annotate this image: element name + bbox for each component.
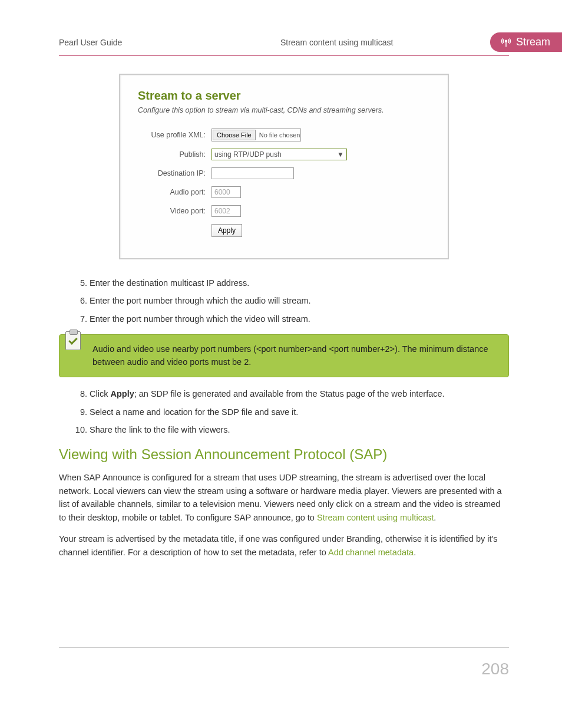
link-stream-multicast[interactable]: Stream content using multicast bbox=[317, 513, 434, 522]
panel-subtitle: Configure this option to stream via mult… bbox=[138, 106, 430, 114]
note-callout: Audio and video use nearby port numbers … bbox=[59, 334, 509, 378]
row-profile-xml: Use profile XML: Choose File No file cho… bbox=[138, 129, 430, 141]
step-5: Enter the destination multicast IP addre… bbox=[90, 277, 509, 289]
label-video-port: Video port: bbox=[138, 207, 211, 215]
publish-select[interactable]: using RTP/UDP push ▼ bbox=[211, 149, 347, 160]
header-tab-stream: Stream bbox=[490, 32, 562, 52]
header-section-title: Stream content using multicast bbox=[269, 38, 490, 47]
header-guide-title: Pearl User Guide bbox=[59, 38, 269, 47]
section-heading-sap: Viewing with Session Announcement Protoc… bbox=[59, 446, 509, 463]
row-video-port: Video port: bbox=[138, 205, 430, 217]
clipboard-check-icon bbox=[65, 331, 83, 353]
antenna-icon bbox=[501, 37, 511, 48]
page-number: 208 bbox=[59, 660, 509, 678]
step-10: Share the link to the file with viewers. bbox=[90, 424, 509, 436]
label-profile-xml: Use profile XML: bbox=[138, 131, 211, 139]
panel-title: Stream to a server bbox=[138, 89, 430, 103]
paragraph-2: Your stream is advertised by the metadat… bbox=[59, 532, 509, 559]
choose-file-button[interactable]: Choose File bbox=[213, 130, 256, 140]
step-7: Enter the port number through which the … bbox=[90, 313, 509, 325]
step-9: Select a name and location for the SDP f… bbox=[90, 406, 509, 418]
step-8: Click Apply; an SDP file is generated an… bbox=[90, 388, 509, 400]
row-destination-ip: Destination IP: bbox=[138, 167, 430, 179]
row-publish: Publish: using RTP/UDP push ▼ bbox=[138, 149, 430, 160]
footer-divider bbox=[59, 647, 509, 648]
page-header: Pearl User Guide Stream content using mu… bbox=[59, 32, 509, 56]
link-add-channel-metadata[interactable]: Add channel metadata bbox=[328, 548, 414, 557]
publish-select-value: using RTP/UDP push bbox=[214, 150, 282, 159]
no-file-chosen-text: No file chosen bbox=[256, 131, 300, 139]
chevron-down-icon: ▼ bbox=[337, 150, 344, 159]
header-tab-label: Stream bbox=[516, 36, 550, 48]
label-audio-port: Audio port: bbox=[138, 188, 211, 196]
steps-list-a: Enter the destination multicast IP addre… bbox=[59, 277, 509, 325]
label-destination-ip: Destination IP: bbox=[138, 169, 211, 177]
step-6: Enter the port number through which the … bbox=[90, 295, 509, 307]
row-apply: Apply bbox=[138, 224, 430, 237]
apply-button[interactable]: Apply bbox=[211, 224, 242, 237]
video-port-input[interactable] bbox=[211, 205, 241, 217]
row-audio-port: Audio port: bbox=[138, 186, 430, 198]
note-text: Audio and video use nearby port numbers … bbox=[92, 344, 488, 367]
audio-port-input[interactable] bbox=[211, 186, 241, 198]
stream-to-server-panel: Stream to a server Configure this option… bbox=[119, 74, 449, 259]
steps-list-b: Click Apply; an SDP file is generated an… bbox=[59, 388, 509, 436]
paragraph-1: When SAP Announce is configured for a st… bbox=[59, 471, 509, 524]
destination-ip-input[interactable] bbox=[211, 167, 294, 179]
label-publish: Publish: bbox=[138, 150, 211, 159]
svg-point-0 bbox=[505, 40, 507, 42]
